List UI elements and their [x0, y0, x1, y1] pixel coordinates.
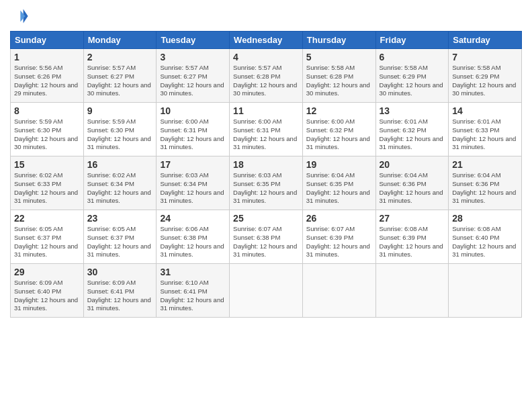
week-row-3: 15 Sunrise: 6:02 AM Sunset: 6:33 PM Dayl… [11, 156, 522, 210]
day-number: 29 [14, 267, 80, 277]
day-info: Sunrise: 6:03 AM Sunset: 6:35 PM Dayligh… [233, 171, 299, 205]
calendar-cell: 28 Sunrise: 6:08 AM Sunset: 6:40 PM Dayl… [449, 210, 522, 264]
calendar-cell: 4 Sunrise: 5:57 AM Sunset: 6:28 PM Dayli… [230, 49, 303, 103]
day-info: Sunrise: 6:08 AM Sunset: 6:39 PM Dayligh… [380, 225, 445, 259]
calendar-cell: 15 Sunrise: 6:02 AM Sunset: 6:33 PM Dayl… [11, 156, 84, 210]
day-info: Sunrise: 5:58 AM Sunset: 6:28 PM Dayligh… [306, 64, 372, 98]
day-info: Sunrise: 5:58 AM Sunset: 6:29 PM Dayligh… [380, 64, 445, 98]
day-number: 25 [233, 213, 299, 224]
header-wednesday: Wednesday [230, 32, 303, 49]
calendar-cell: 6 Sunrise: 5:58 AM Sunset: 6:29 PM Dayli… [375, 49, 449, 103]
day-number: 18 [233, 159, 299, 170]
day-number: 7 [452, 52, 518, 62]
header-monday: Monday [83, 32, 157, 49]
calendar-cell [375, 264, 449, 318]
calendar-cell: 22 Sunrise: 6:05 AM Sunset: 6:37 PM Dayl… [11, 210, 84, 264]
day-info: Sunrise: 6:09 AM Sunset: 6:40 PM Dayligh… [14, 279, 80, 313]
day-info: Sunrise: 5:57 AM Sunset: 6:28 PM Dayligh… [233, 64, 299, 98]
calendar-table: SundayMondayTuesdayWednesdayThursdayFrid… [10, 31, 522, 318]
calendar-cell: 18 Sunrise: 6:03 AM Sunset: 6:35 PM Dayl… [230, 156, 303, 210]
day-info: Sunrise: 5:57 AM Sunset: 6:27 PM Dayligh… [87, 64, 153, 98]
day-info: Sunrise: 6:00 AM Sunset: 6:32 PM Dayligh… [306, 118, 372, 152]
logo-icon [10, 7, 29, 26]
day-number: 10 [160, 105, 226, 116]
week-row-5: 29 Sunrise: 6:09 AM Sunset: 6:40 PM Dayl… [11, 264, 522, 318]
day-info: Sunrise: 5:58 AM Sunset: 6:29 PM Dayligh… [452, 64, 518, 98]
week-row-2: 8 Sunrise: 5:59 AM Sunset: 6:30 PM Dayli… [11, 103, 522, 156]
day-info: Sunrise: 6:04 AM Sunset: 6:36 PM Dayligh… [452, 171, 518, 205]
calendar-cell: 23 Sunrise: 6:05 AM Sunset: 6:37 PM Dayl… [83, 210, 157, 264]
day-number: 12 [306, 105, 372, 116]
day-number: 15 [14, 159, 80, 170]
day-number: 22 [14, 213, 80, 224]
days-of-week-row: SundayMondayTuesdayWednesdayThursdayFrid… [11, 32, 522, 49]
calendar-cell: 21 Sunrise: 6:04 AM Sunset: 6:36 PM Dayl… [449, 156, 522, 210]
calendar-cell: 26 Sunrise: 6:07 AM Sunset: 6:39 PM Dayl… [302, 210, 375, 264]
day-info: Sunrise: 6:05 AM Sunset: 6:37 PM Dayligh… [87, 225, 153, 259]
day-info: Sunrise: 6:07 AM Sunset: 6:39 PM Dayligh… [306, 225, 372, 259]
day-info: Sunrise: 6:09 AM Sunset: 6:41 PM Dayligh… [87, 279, 153, 313]
day-info: Sunrise: 5:59 AM Sunset: 6:30 PM Dayligh… [87, 118, 153, 152]
day-number: 1 [14, 52, 80, 62]
calendar-cell: 7 Sunrise: 5:58 AM Sunset: 6:29 PM Dayli… [449, 49, 522, 103]
calendar-cell: 31 Sunrise: 6:10 AM Sunset: 6:41 PM Dayl… [157, 264, 230, 318]
calendar-cell: 19 Sunrise: 6:04 AM Sunset: 6:35 PM Dayl… [302, 156, 375, 210]
calendar-cell [449, 264, 522, 318]
day-info: Sunrise: 6:05 AM Sunset: 6:37 PM Dayligh… [14, 225, 80, 259]
calendar-body: 1 Sunrise: 5:56 AM Sunset: 6:26 PM Dayli… [11, 49, 522, 318]
calendar-cell: 13 Sunrise: 6:01 AM Sunset: 6:32 PM Dayl… [375, 103, 449, 156]
day-info: Sunrise: 6:01 AM Sunset: 6:33 PM Dayligh… [452, 118, 518, 152]
day-number: 27 [380, 213, 445, 224]
calendar-cell: 27 Sunrise: 6:08 AM Sunset: 6:39 PM Dayl… [375, 210, 449, 264]
day-info: Sunrise: 6:07 AM Sunset: 6:38 PM Dayligh… [233, 225, 299, 259]
week-row-1: 1 Sunrise: 5:56 AM Sunset: 6:26 PM Dayli… [11, 49, 522, 103]
day-info: Sunrise: 6:08 AM Sunset: 6:40 PM Dayligh… [452, 225, 518, 259]
day-number: 24 [160, 213, 226, 224]
day-number: 28 [452, 213, 518, 224]
calendar-cell: 29 Sunrise: 6:09 AM Sunset: 6:40 PM Dayl… [11, 264, 84, 318]
day-info: Sunrise: 5:57 AM Sunset: 6:27 PM Dayligh… [160, 64, 226, 98]
day-number: 4 [233, 52, 299, 62]
day-info: Sunrise: 5:56 AM Sunset: 6:26 PM Dayligh… [14, 64, 80, 98]
calendar-cell: 5 Sunrise: 5:58 AM Sunset: 6:28 PM Dayli… [302, 49, 375, 103]
calendar-cell: 14 Sunrise: 6:01 AM Sunset: 6:33 PM Dayl… [449, 103, 522, 156]
calendar-cell: 17 Sunrise: 6:03 AM Sunset: 6:34 PM Dayl… [157, 156, 230, 210]
day-number: 11 [233, 105, 299, 116]
day-info: Sunrise: 5:59 AM Sunset: 6:30 PM Dayligh… [14, 118, 80, 152]
day-number: 2 [87, 52, 153, 62]
day-number: 30 [87, 267, 153, 277]
calendar-cell: 25 Sunrise: 6:07 AM Sunset: 6:38 PM Dayl… [230, 210, 303, 264]
day-number: 17 [160, 159, 226, 170]
calendar-cell: 8 Sunrise: 5:59 AM Sunset: 6:30 PM Dayli… [11, 103, 84, 156]
calendar-cell [230, 264, 303, 318]
day-info: Sunrise: 6:06 AM Sunset: 6:38 PM Dayligh… [160, 225, 226, 259]
day-info: Sunrise: 6:10 AM Sunset: 6:41 PM Dayligh… [160, 279, 226, 313]
day-number: 31 [160, 267, 226, 277]
calendar-cell: 16 Sunrise: 6:02 AM Sunset: 6:34 PM Dayl… [83, 156, 157, 210]
day-info: Sunrise: 6:04 AM Sunset: 6:35 PM Dayligh… [306, 171, 372, 205]
calendar-cell: 30 Sunrise: 6:09 AM Sunset: 6:41 PM Dayl… [83, 264, 157, 318]
day-info: Sunrise: 6:02 AM Sunset: 6:33 PM Dayligh… [14, 171, 80, 205]
logo [10, 7, 30, 26]
day-number: 5 [306, 52, 372, 62]
day-number: 23 [87, 213, 153, 224]
day-number: 19 [306, 159, 372, 170]
header-friday: Friday [375, 32, 449, 49]
day-info: Sunrise: 6:04 AM Sunset: 6:36 PM Dayligh… [380, 171, 445, 205]
day-number: 8 [14, 105, 80, 116]
day-info: Sunrise: 6:01 AM Sunset: 6:32 PM Dayligh… [380, 118, 445, 152]
day-info: Sunrise: 6:03 AM Sunset: 6:34 PM Dayligh… [160, 171, 226, 205]
day-number: 9 [87, 105, 153, 116]
calendar-cell: 24 Sunrise: 6:06 AM Sunset: 6:38 PM Dayl… [157, 210, 230, 264]
calendar-cell: 11 Sunrise: 6:00 AM Sunset: 6:31 PM Dayl… [230, 103, 303, 156]
calendar-cell: 1 Sunrise: 5:56 AM Sunset: 6:26 PM Dayli… [11, 49, 84, 103]
day-number: 20 [380, 159, 445, 170]
header-tuesday: Tuesday [157, 32, 230, 49]
calendar-cell: 3 Sunrise: 5:57 AM Sunset: 6:27 PM Dayli… [157, 49, 230, 103]
header-saturday: Saturday [449, 32, 522, 49]
day-number: 14 [452, 105, 518, 116]
day-number: 26 [306, 213, 372, 224]
calendar-cell: 10 Sunrise: 6:00 AM Sunset: 6:31 PM Dayl… [157, 103, 230, 156]
calendar-cell [302, 264, 375, 318]
header-sunday: Sunday [11, 32, 84, 49]
